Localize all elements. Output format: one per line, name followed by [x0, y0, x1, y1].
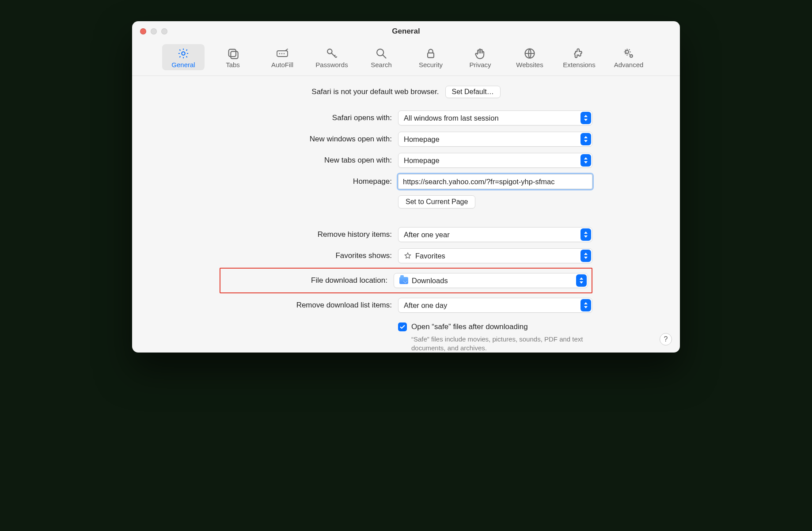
popup-value: All windows from last session	[404, 114, 499, 122]
tabs-icon	[212, 47, 253, 60]
popup-value: Homepage	[404, 135, 440, 144]
help-button[interactable]: ?	[660, 333, 672, 345]
tab-security[interactable]: Security	[410, 44, 452, 70]
gears-icon	[608, 47, 649, 60]
label-new-windows: New windows open with:	[220, 135, 392, 144]
preferences-window: General General Tabs AutoFill	[132, 21, 680, 353]
popup-value: Favorites	[415, 252, 445, 260]
svg-rect-9	[428, 53, 434, 57]
svg-point-12	[630, 55, 633, 57]
label-remove-downloads: Remove download list items:	[220, 301, 392, 310]
popup-remove-history[interactable]: After one year	[398, 227, 592, 242]
svg-point-5	[281, 53, 283, 54]
tab-passwords[interactable]: Passwords	[311, 44, 353, 70]
open-safe-files-label: Open “safe” files after downloading	[411, 322, 528, 331]
tab-websites[interactable]: Websites	[508, 44, 551, 70]
popup-value: After one year	[404, 231, 450, 239]
tab-search[interactable]: Search	[360, 44, 402, 70]
preferences-toolbar: General Tabs AutoFill Passwords	[132, 42, 680, 76]
label-opens-with: Safari opens with:	[220, 114, 392, 122]
homepage-input[interactable]	[398, 174, 592, 189]
label-new-tabs: New tabs open with:	[220, 156, 392, 165]
tab-privacy[interactable]: Privacy	[459, 44, 501, 70]
default-browser-message: Safari is not your default web browser.	[311, 87, 439, 96]
chevron-updown-icon	[581, 250, 591, 262]
tab-label: Search	[361, 61, 402, 68]
tab-label: Security	[410, 61, 451, 68]
chevron-updown-icon	[581, 112, 591, 124]
label-download-location: File download location:	[226, 276, 387, 285]
default-browser-row: Safari is not your default web browser. …	[144, 86, 668, 98]
close-window-button[interactable]	[140, 28, 146, 34]
autofill-icon	[262, 47, 303, 60]
tab-advanced[interactable]: Advanced	[607, 44, 650, 70]
hand-icon	[460, 47, 501, 60]
window-title: General	[132, 27, 680, 36]
open-safe-files-row: Open “safe” files after downloading	[398, 322, 592, 331]
tab-label: Privacy	[460, 61, 501, 68]
chevron-updown-icon	[576, 274, 587, 287]
tab-tabs[interactable]: Tabs	[212, 44, 254, 70]
svg-point-6	[284, 53, 285, 54]
gear-icon	[163, 47, 204, 60]
popup-value: Homepage	[404, 156, 440, 165]
svg-rect-2	[231, 51, 238, 58]
svg-rect-1	[229, 49, 236, 57]
download-location-highlight: File download location: Downloads	[220, 268, 592, 293]
key-icon	[311, 47, 352, 60]
popup-new-windows[interactable]: Homepage	[398, 132, 592, 147]
titlebar: General	[132, 21, 680, 42]
popup-value: Downloads	[412, 277, 448, 285]
set-default-button[interactable]: Set Default…	[445, 86, 501, 98]
chevron-updown-icon	[581, 133, 591, 145]
svg-point-0	[182, 52, 185, 55]
svg-point-11	[626, 50, 629, 53]
lock-icon	[410, 47, 451, 60]
chevron-updown-icon	[581, 299, 591, 311]
popup-remove-downloads[interactable]: After one day	[398, 298, 592, 313]
set-to-current-page-button[interactable]: Set to Current Page	[398, 195, 475, 209]
chevron-updown-icon	[581, 228, 591, 241]
label-remove-history: Remove history items:	[220, 230, 392, 239]
tab-label: General	[163, 61, 204, 68]
tab-autofill[interactable]: AutoFill	[261, 44, 304, 70]
tab-label: Passwords	[311, 61, 352, 68]
downloads-folder-icon	[399, 277, 408, 284]
popup-opens-with[interactable]: All windows from last session	[398, 110, 592, 125]
star-icon	[404, 252, 412, 260]
tab-label: Advanced	[608, 61, 649, 68]
popup-new-tabs[interactable]: Homepage	[398, 153, 592, 168]
search-icon	[361, 47, 402, 60]
tab-label: AutoFill	[262, 61, 303, 68]
popup-download-location[interactable]: Downloads	[394, 273, 588, 288]
tab-label: Extensions	[559, 61, 600, 68]
label-favorites: Favorites shows:	[220, 251, 392, 260]
safe-files-hint: “Safe” files include movies, pictures, s…	[398, 335, 588, 353]
maximize-window-button[interactable]	[161, 28, 167, 34]
tab-label: Websites	[509, 61, 550, 68]
tab-general[interactable]: General	[162, 44, 205, 70]
tab-label: Tabs	[212, 61, 253, 68]
general-content: Safari is not your default web browser. …	[132, 76, 680, 353]
svg-point-4	[279, 53, 281, 54]
globe-icon	[509, 47, 550, 60]
popup-value: After one day	[404, 301, 447, 310]
popup-favorites[interactable]: Favorites	[398, 248, 592, 263]
chevron-updown-icon	[581, 154, 591, 167]
minimize-window-button[interactable]	[151, 28, 157, 34]
label-homepage: Homepage:	[220, 177, 392, 186]
open-safe-files-checkbox[interactable]	[398, 322, 407, 331]
traffic-lights	[140, 28, 167, 34]
tab-extensions[interactable]: Extensions	[558, 44, 600, 70]
puzzle-icon	[559, 47, 600, 60]
